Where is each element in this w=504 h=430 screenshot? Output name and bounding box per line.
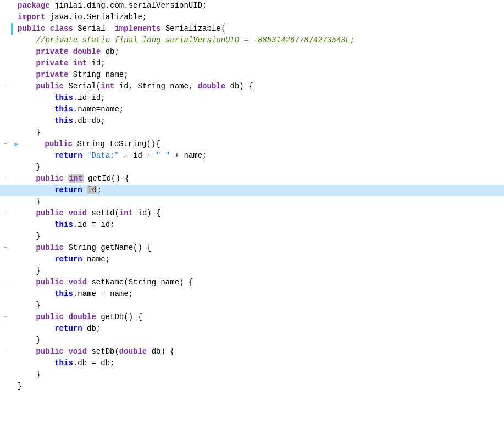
line-code[interactable]: public String toString(){ [22,138,504,150]
gutter-fold[interactable]: − [0,244,11,252]
normal-token: id; [87,59,106,68]
line-code[interactable]: this.id = id; [13,219,504,231]
line-code[interactable]: } [13,161,504,173]
line-code[interactable]: public int getId() { [13,173,504,185]
line-code[interactable]: return db; [13,323,504,334]
gutter-fold[interactable]: − [0,278,11,287]
gutter-fold[interactable]: − [0,140,11,148]
fold-icon[interactable]: − [4,348,7,356]
line-code[interactable]: this.name=name; [13,104,504,115]
keyword-token: public [36,347,64,356]
line-code[interactable]: } [13,265,504,277]
line-code[interactable]: return "Data:" + id + " " + name; [13,150,504,161]
keyword2-token: this [18,359,73,367]
gutter-fold[interactable]: − [0,82,11,91]
arrow-indicator: ▶ [11,139,22,149]
normal-token: } [18,232,41,241]
line-code[interactable]: private int id; [13,58,504,69]
code-line: } [0,300,504,311]
code-line: return name; [0,254,504,265]
line-code[interactable]: //private static final long serialVersio… [13,35,504,46]
normal-token: id) { [133,209,160,217]
line-code[interactable]: } [13,369,504,381]
code-line: private int id; [0,58,504,69]
line-code[interactable]: public class Serial implements Serializa… [13,23,504,35]
code-line: this.name = name; [0,288,504,300]
highlighted-word-token: int [68,174,83,183]
line-code[interactable]: return name; [13,254,504,265]
line-code[interactable]: } [13,300,504,311]
keyword2-token: this [18,220,73,229]
keyword2-token: this [18,289,73,298]
normal-token: db) { [147,347,174,356]
normal-token: .db=db; [73,116,106,125]
line-code[interactable]: import java.io.Serializable; [13,12,504,23]
line-code[interactable]: } [13,127,504,138]
normal-token [82,186,87,194]
line-code[interactable]: public void setDb(double db) { [13,346,504,358]
fold-icon[interactable]: − [4,209,7,217]
code-line: − public double getDb() { [0,311,504,323]
line-code[interactable]: } [13,231,504,242]
gutter-fold[interactable]: − [0,313,11,321]
normal-token [18,59,36,68]
line-code[interactable]: public Serial(int id, String name, doubl… [13,81,504,92]
keyword-token: int [119,209,133,217]
line-code[interactable]: this.db = db; [13,358,504,369]
code-line: private String name; [0,69,504,81]
code-line: //private static final long serialVersio… [0,35,504,46]
code-line: } [0,265,504,277]
line-code[interactable]: } [13,196,504,208]
code-line: − public Serial(int id, String name, dou… [0,81,504,92]
fold-icon[interactable]: − [4,140,7,148]
line-code[interactable]: private String name; [13,69,504,81]
gutter-fold[interactable]: − [0,209,11,217]
gutter-fold[interactable]: − [0,175,11,183]
normal-token: jinlai.ding.com.serialVersionUID; [50,1,207,10]
line-code[interactable]: } [13,334,504,346]
normal-token [18,209,36,217]
keyword2-token: return [54,151,82,160]
fold-icon[interactable]: − [4,278,7,287]
code-lines: package jinlai.ding.com.serialVersionUID… [0,0,504,392]
keyword-token: void [68,278,87,287]
keyword-token: public [36,243,64,252]
normal-token: Serial( [64,82,101,91]
normal-token: } [18,382,22,390]
normal-token: Serial [73,24,115,33]
fold-icon[interactable]: − [4,244,7,252]
normal-token: .db = db; [73,359,115,367]
code-line: package jinlai.ding.com.serialVersionUID… [0,0,504,12]
keyword-token: public [45,139,73,148]
code-line: public class Serial implements Serializa… [0,23,504,35]
fold-icon[interactable]: − [4,82,7,91]
keyword-token: double [73,47,101,56]
line-code[interactable]: } [13,381,504,392]
line-code[interactable]: package jinlai.ding.com.serialVersionUID… [13,0,504,12]
normal-token [45,24,49,33]
code-line: return db; [0,323,504,334]
keyword-token: double [68,312,96,321]
code-line: this.name=name; [0,104,504,115]
fold-icon[interactable]: − [4,175,7,183]
normal-token: } [18,370,41,379]
line-code[interactable]: this.name = name; [13,288,504,300]
keyword-token: private [36,47,69,56]
normal-token: java.io.Serializable; [45,13,147,21]
normal-token: getId() { [84,174,130,183]
code-line: − public int getId() { [0,173,504,185]
code-line: return id; [0,185,504,196]
normal-token: .name = name; [73,289,133,298]
line-code[interactable]: public void setId(int id) { [13,208,504,219]
line-code[interactable]: public String getName() { [13,242,504,254]
keyword2-token: return [54,255,82,264]
line-code[interactable]: return id; [13,185,504,196]
normal-token: setId( [87,209,119,217]
gutter-fold[interactable]: − [0,348,11,356]
line-code[interactable]: public void setName(String name) { [13,277,504,288]
line-code[interactable]: this.id=id; [13,92,504,104]
line-code[interactable]: private double db; [13,46,504,58]
line-code[interactable]: public double getDb() { [13,311,504,323]
line-code[interactable]: this.db=db; [13,115,504,127]
fold-icon[interactable]: − [4,313,7,321]
